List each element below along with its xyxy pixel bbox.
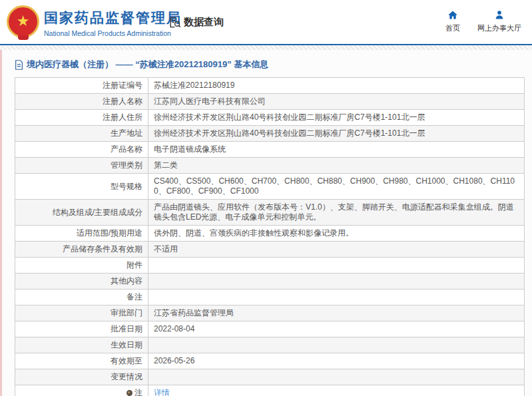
row-value: 产品由阴道镜头、应用软件（发布版本号：V1.0）、支架、脚踏开关、电源适配器和采… (148, 200, 525, 226)
row-value: 电子阴道镜成像系统 (148, 142, 525, 158)
row-value: 2022-08-04 (148, 321, 525, 337)
table-row: 生产地址徐州经济技术开发区荆山路40号科技创业园二期标准厂房C7号楼1-101北… (15, 126, 525, 142)
breadcrumb-text: 境内医疗器械（注册） —— “苏械注准20212180919” 基本信息 (27, 59, 268, 71)
table-row: 型号规格CS400、CS500、CH600、CH700、CH800、CH880、… (15, 174, 525, 200)
table-row: 变更情况 (15, 369, 525, 385)
star-icon: ★ (17, 14, 30, 29)
row-label: 注 (15, 385, 148, 396)
table-row: 注册人名称江苏同人医疗电子科技有限公司 (15, 94, 525, 110)
nav-item-home[interactable]: 首页 (445, 10, 460, 33)
row-label: 型号规格 (15, 174, 148, 200)
table-row: 审批部门江苏省药品监督管理局 (15, 305, 525, 321)
national-emblem-logo: ★ (7, 5, 39, 38)
row-value (148, 337, 525, 353)
registration-info-table: 注册证编号苏械注准20212180919注册人名称江苏同人医疗电子科技有限公司注… (15, 77, 525, 396)
row-label: 附件 (15, 258, 148, 274)
row-label: 产品名称 (15, 142, 148, 158)
note-icon (127, 390, 133, 396)
table-row: 管理类别第二类 (15, 158, 525, 174)
row-value: 江苏省药品监督管理局 (148, 305, 525, 321)
row-value: 江苏同人医疗电子科技有限公司 (148, 94, 525, 110)
row-label: 变更情况 (15, 369, 148, 385)
table-row: 适用范围/预期用途供外阴、阴道、宫颈疾病的非接触性观察和影像记录用。 (15, 226, 525, 242)
row-value: 不适用 (148, 242, 525, 258)
row-value: CS400、CS500、CH600、CH700、CH800、CH880、CH90… (148, 174, 525, 200)
details-link[interactable]: 详情 (154, 388, 170, 396)
agency-name-en: National Medical Products Administration (44, 29, 182, 37)
user-icon (494, 10, 505, 20)
row-value: 第二类 (148, 158, 525, 174)
row-value (148, 258, 525, 274)
table-row: 其他内容 (15, 274, 525, 290)
page-header: ★ 国家药品监督管理局 National Medical Products Ad… (0, 0, 532, 44)
row-label: 产品储存条件及有效期 (15, 242, 148, 258)
top-nav: 首页 网上办事大厅 (445, 10, 521, 33)
left-accent-strip (0, 50, 2, 396)
row-value (148, 369, 525, 385)
table-row: 备注 (15, 290, 525, 305)
agency-name-zh: 国家药品监督管理局 (44, 9, 182, 27)
row-label: 管理类别 (15, 158, 148, 174)
row-value: 徐州经济技术开发区荆山路40号科技创业园二期标准厂房C7号楼1-101北一层 (148, 110, 525, 126)
hatch-strip (0, 45, 532, 50)
page-icon (15, 60, 23, 70)
table-row: 批准日期2022-08-04 (15, 321, 525, 337)
table-row: 有效期至2026-05-26 (15, 353, 525, 369)
row-label: 注册人名称 (15, 94, 148, 110)
breadcrumb: 境内医疗器械（注册） —— “苏械注准20212180919” 基本信息 (15, 59, 532, 71)
row-value (148, 290, 525, 305)
table-row: 产品名称电子阴道镜成像系统 (15, 142, 525, 158)
row-label: 结构及组成/主要组成成分 (15, 200, 148, 226)
row-label: 生产地址 (15, 126, 148, 142)
table-row: 附件 (15, 258, 525, 274)
row-value: 徐州经济技术开发区荆山路40号科技创业园二期标准厂房C7号楼1-101北一层 (148, 126, 525, 142)
row-value: 2026-05-26 (148, 353, 525, 369)
row-label: 注册证编号 (15, 78, 148, 94)
table-row: 注详情 (15, 385, 525, 396)
row-value (148, 274, 525, 290)
row-label: 备注 (15, 290, 148, 305)
row-value: 供外阴、阴道、宫颈疾病的非接触性观察和影像记录用。 (148, 226, 525, 242)
row-value: 苏械注准20212180919 (148, 78, 525, 94)
nav-item-label: 网上办事大厅 (477, 23, 521, 33)
table-row: 注册证编号苏械注准20212180919 (15, 78, 525, 94)
table-row: 注册人住所徐州经济技术开发区荆山路40号科技创业园二期标准厂房C7号楼1-101… (15, 110, 525, 126)
main-content: 境内医疗器械（注册） —— “苏械注准20212180919” 基本信息 注册证… (0, 50, 532, 396)
home-icon (447, 10, 458, 20)
data-query-section: 数据查询 (168, 16, 224, 29)
nav-item-label: 首页 (445, 23, 460, 33)
nav-item-service-hall[interactable]: 网上办事大厅 (477, 10, 521, 33)
row-label: 审批部门 (15, 305, 148, 321)
data-query-label: 数据查询 (184, 16, 224, 29)
table-row: 结构及组成/主要组成成分产品由阴道镜头、应用软件（发布版本号：V1.0）、支架、… (15, 200, 525, 226)
row-label: 有效期至 (15, 353, 148, 369)
document-search-icon (168, 16, 181, 29)
row-value: 详情 (148, 385, 525, 396)
row-label: 适用范围/预期用途 (15, 226, 148, 242)
row-label: 注册人住所 (15, 110, 148, 126)
table-row: 产品储存条件及有效期不适用 (15, 242, 525, 258)
table-row: 生效日期 (15, 337, 525, 353)
row-label: 批准日期 (15, 321, 148, 337)
row-label: 生效日期 (15, 337, 148, 353)
info-table-body: 注册证编号苏械注准20212180919注册人名称江苏同人医疗电子科技有限公司注… (15, 78, 525, 396)
row-label: 其他内容 (15, 274, 148, 290)
agency-title-block: 国家药品监督管理局 National Medical Products Admi… (44, 9, 182, 37)
